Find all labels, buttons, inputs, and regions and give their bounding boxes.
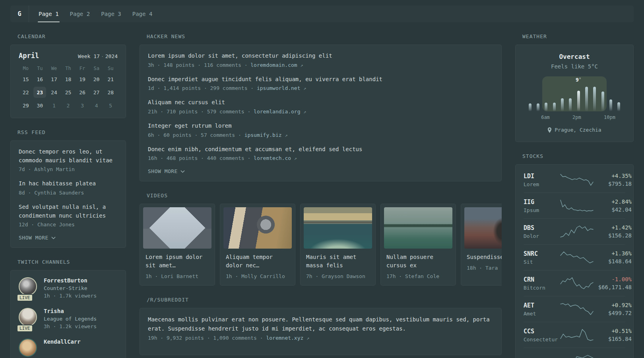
- hn-item-meta: 16h · 468 points · 440 comments · loremt…: [148, 155, 493, 161]
- stock-ticker[interactable]: SNRC: [524, 250, 559, 257]
- video-card[interactable]: Aliquam tempor dolor nec pharetra… 1h · …: [220, 204, 295, 286]
- stock-sparkline: [559, 327, 595, 342]
- stock-sparkline: [559, 198, 595, 213]
- video-title[interactable]: Mauris sit amet massa felis: [306, 253, 370, 270]
- stock-row[interactable]: AETAmet +0.92%$499.72: [524, 296, 625, 322]
- hn-item-title[interactable]: Donec enim nibh, condimentum et accumsan…: [148, 145, 493, 154]
- tab-page-1[interactable]: Page 1: [38, 6, 60, 22]
- rss-item-meta: 7d · Ashlyn Martin: [19, 166, 118, 172]
- current-temp-label: 9°: [576, 77, 581, 83]
- stock-ticker[interactable]: CCS: [524, 328, 559, 335]
- stock-row[interactable]: IIGIpsum +2.84%$42.04: [524, 193, 625, 219]
- stock-ticker[interactable]: LDI: [524, 173, 559, 180]
- video-thumbnail[interactable]: [143, 207, 211, 249]
- subreddit-domain-link[interactable]: loremnet.xyz: [266, 335, 303, 341]
- rss-item-title[interactable]: In hac habitasse platea: [19, 179, 118, 188]
- video-card[interactable]: Suspendisse diam 18h · Tara: [461, 204, 502, 286]
- stock-ticker[interactable]: DBS: [524, 224, 559, 232]
- section-title-calendar: CALENDAR: [17, 33, 126, 39]
- video-title[interactable]: Nullam posuere cursus ex: [386, 253, 450, 270]
- video-card[interactable]: Lorem ipsum dolor sit amet consectetu… 1…: [140, 204, 215, 286]
- stock-ticker[interactable]: IIG: [524, 198, 559, 206]
- video-card[interactable]: Nullam posuere cursus ex 17h · Stefan Co…: [380, 204, 456, 286]
- twitch-channel[interactable]: KendallCarr: [19, 339, 118, 357]
- stock-price: $148.64: [595, 258, 632, 265]
- videos-widget: VIDEOS Lorem ipsum dolor sit amet consec…: [140, 193, 502, 286]
- temp-bar: [537, 103, 539, 111]
- hn-item-domain-link[interactable]: loremlandia.org: [254, 109, 300, 115]
- section-title-weather: WEATHER: [522, 33, 634, 39]
- hn-show-more-button[interactable]: SHOW MORE: [148, 168, 493, 174]
- stock-ticker[interactable]: CRN: [524, 276, 559, 283]
- stock-row[interactable]: LDILorem +4.35%$795.18: [524, 167, 625, 193]
- calendar-day: 3: [75, 100, 89, 111]
- hn-item-title[interactable]: Lorem ipsum dolor sit amet, consectetur …: [148, 52, 493, 60]
- rss-show-more-button[interactable]: SHOW MORE: [19, 235, 118, 241]
- stock-change: -1.00%: [595, 276, 632, 282]
- twitch-channel[interactable]: LIVE ForrestBurton Counter-Strike 1h · 1…: [19, 277, 118, 299]
- stock-row[interactable]: CRNBitcorn -1.00%$66,171.48: [524, 270, 625, 296]
- temp-bar: [593, 87, 596, 111]
- stock-name: Lorem: [524, 181, 559, 187]
- twitch-channel[interactable]: LIVE Trisha League of Legends 3h · 1.2k …: [19, 308, 118, 329]
- video-thumbnail[interactable]: [464, 207, 502, 249]
- stock-row[interactable]: AHS +0.46%: [524, 348, 625, 358]
- calendar-widget: CALENDAR April Week 17·2024 MoTuWeThFrSa…: [10, 33, 126, 118]
- stock-change: +2.84%: [595, 198, 632, 205]
- channel-name[interactable]: ForrestBurton: [44, 277, 97, 284]
- stock-row[interactable]: SNRCSit +1.36%$148.64: [524, 245, 625, 270]
- channel-name[interactable]: KendallCarr: [44, 339, 81, 345]
- stock-row[interactable]: DBSDolor +1.42%$156.28: [524, 219, 625, 245]
- stock-row[interactable]: CCSConsectetur +0.51%$165.84: [524, 322, 625, 348]
- temp-bar: [529, 103, 531, 111]
- video-card[interactable]: Mauris sit amet massa felis 7h · Grayson…: [300, 204, 376, 286]
- hn-item-domain-link[interactable]: loremtech.co: [254, 155, 291, 161]
- hn-item-title[interactable]: Integer eget rutrum lorem: [148, 122, 493, 130]
- external-link-icon: ↗: [303, 109, 306, 115]
- stock-name: Amet: [524, 311, 559, 317]
- video-thumbnail[interactable]: [304, 207, 372, 249]
- calendar-weekday: Sa: [89, 66, 104, 74]
- video-thumbnail[interactable]: [223, 207, 292, 249]
- video-title[interactable]: Aliquam tempor dolor nec pharetra…: [226, 253, 289, 270]
- stock-price: $156.28: [595, 232, 632, 239]
- hn-item-domain-link[interactable]: ipsumworld.net: [257, 85, 301, 91]
- video-meta: 1h · Molly Carrillo: [226, 273, 289, 279]
- hn-item-meta: 6h · 60 points · 57 comments · ipsumify.…: [148, 132, 493, 138]
- weather-location[interactable]: Prague, Czechia: [524, 127, 625, 133]
- rss-item: In hac habitasse platea 8d · Cynthia Sau…: [19, 179, 118, 196]
- video-thumbnail[interactable]: [384, 207, 452, 249]
- hour-label: [589, 115, 596, 120]
- hn-item-title[interactable]: Aliquam nec cursus elit: [148, 98, 493, 107]
- channel-name[interactable]: Trisha: [44, 308, 97, 314]
- tab-page-2[interactable]: Page 2: [69, 6, 91, 22]
- section-title-hacker-news: HACKER NEWS: [147, 33, 502, 39]
- subreddit-post-title[interactable]: Maecenas mollis pulvinar erat non posuer…: [148, 315, 493, 333]
- video-title[interactable]: Lorem ipsum dolor sit amet consectetu…: [145, 253, 209, 270]
- hour-label: [550, 115, 557, 120]
- rss-item-title[interactable]: Donec tempor eros leo, ut commodo mauris…: [19, 148, 118, 165]
- nav-divider: [29, 6, 29, 22]
- rss-item-title[interactable]: Sed volutpat nulla nisl, a condimentum n…: [19, 203, 118, 220]
- video-title[interactable]: Suspendisse diam: [467, 253, 502, 261]
- hn-item-title[interactable]: Donec imperdiet augue tincidunt felis al…: [148, 75, 493, 84]
- chevron-down-icon: [180, 170, 185, 173]
- app-logo[interactable]: G: [10, 6, 29, 22]
- channel-avatar-image: [19, 339, 37, 357]
- twitch-widget: TWITCH CHANNELS LIVE ForrestBurton Count…: [10, 259, 126, 358]
- calendar-day: 16: [33, 74, 47, 85]
- calendar-week-label: Week 17·2024: [78, 53, 118, 59]
- calendar-day: 2: [61, 100, 76, 111]
- tab-page-4[interactable]: Page 4: [132, 6, 153, 22]
- stock-ticker[interactable]: AET: [524, 302, 559, 309]
- avatar: LIVE: [19, 277, 38, 299]
- twitch-card: LIVE ForrestBurton Counter-Strike 1h · 1…: [10, 270, 126, 358]
- calendar-day: 18: [61, 74, 76, 85]
- hn-item-domain-link[interactable]: loremdomain.com: [250, 62, 297, 68]
- rss-card: Donec tempor eros leo, ut commodo mauris…: [10, 140, 126, 248]
- weather-condition: Overcast: [524, 53, 625, 60]
- tab-page-3[interactable]: Page 3: [100, 6, 122, 22]
- weather-location-text: Prague, Czechia: [555, 127, 601, 133]
- hn-item-domain-link[interactable]: ipsumify.biz: [244, 132, 282, 138]
- stock-change: +0.92%: [595, 302, 632, 308]
